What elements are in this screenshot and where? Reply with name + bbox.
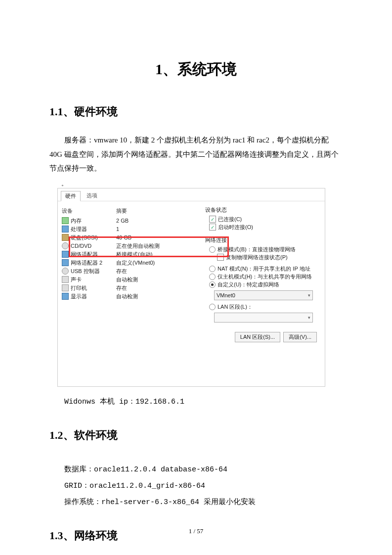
label-custom: 自定义(U)：特定虚拟网络 (218, 281, 279, 288)
windows-ip-line: Widonws 本机 ip：192.168.6.1 (64, 394, 343, 410)
chevron-down-icon: ▾ (308, 315, 310, 320)
page-title: 1、系统环境 (49, 59, 343, 80)
netconn-label: 网络连接 (205, 236, 319, 244)
device-row: 内存2 GB (62, 217, 195, 225)
device-details: 设备状态 已连接(C) 启动时连接(O) 网络连接 桥接模式(B)：直接连接物理… (199, 201, 325, 388)
device-row: CD/DVD正在使用自动检测 (62, 242, 195, 250)
label-lan: LAN 区段(L)： (218, 303, 253, 311)
heading-1-2: 1.2、软件环境 (49, 428, 343, 443)
radio-bridged[interactable] (209, 246, 216, 253)
lan-segment-select: ▾ (214, 313, 313, 323)
label-nat: NAT 模式(N)：用于共享主机的 IP 地址 (218, 265, 310, 273)
cpu-icon (62, 226, 69, 232)
lan-segments-button[interactable]: LAN 区段(S)... (235, 332, 280, 342)
checkbox-replicate[interactable] (217, 254, 224, 261)
printer-icon (62, 284, 69, 291)
sound-icon (62, 276, 69, 283)
label-connected: 已连接(C) (218, 216, 242, 223)
tab-hardware[interactable]: 硬件 (61, 191, 81, 201)
device-row: 声卡自动检测 (62, 276, 195, 284)
radio-nat[interactable] (209, 266, 216, 272)
device-row: USB 控制器存在 (62, 267, 195, 276)
checkbox-connected[interactable] (209, 216, 216, 223)
custom-network-value: VMnet0 (217, 292, 235, 298)
col-summary: 摘要 (116, 207, 127, 215)
para-hardware: 服务器：vmware 10，新建 2 个虚拟机主机名分别为 rac1 和 rac… (49, 133, 343, 176)
net-icon (62, 251, 69, 258)
software-grid: GRID：oracle11.2.0.4_grid-x86-64 (64, 478, 343, 494)
net-icon (62, 259, 69, 266)
vmware-settings-screenshot: 硬件 选项 设备 摘要 内存2 GB 处理器1 硬盘(SCSI)40 GB CD… (57, 188, 325, 387)
vm-tabs: 硬件 选项 (58, 188, 325, 201)
device-cd[interactable]: CD/DVD (71, 243, 91, 249)
label-bridged: 桥接模式(B)：直接连接物理网络 (218, 246, 296, 253)
usb-icon (62, 268, 69, 275)
label-connect-power: 启动时连接(O) (218, 224, 253, 231)
device-row: 网络适配器桥接模式(自动) (62, 250, 195, 259)
software-db: 数据库：oracle11.2.0.4 database-x86-64 (64, 462, 343, 478)
stray-dot: 。 (61, 180, 343, 188)
device-usb[interactable]: USB 控制器 (71, 268, 100, 275)
page-number: 1 / 57 (0, 527, 392, 535)
display-icon (62, 293, 69, 300)
device-sound[interactable]: 声卡 (71, 276, 82, 283)
device-memory[interactable]: 内存 (71, 217, 82, 225)
device-row: 打印机存在 (62, 284, 195, 292)
col-device: 设备 (62, 207, 116, 215)
tab-options[interactable]: 选项 (82, 190, 102, 201)
label-replicate: 复制物理网络连接状态(P) (226, 254, 288, 261)
radio-custom[interactable] (209, 281, 216, 288)
device-list: 设备 摘要 内存2 GB 处理器1 硬盘(SCSI)40 GB CD/DVD正在… (58, 201, 199, 388)
software-os: 操作系统：rhel-server-6.3-x86_64 采用最小化安装 (64, 494, 343, 510)
radio-hostonly[interactable] (209, 274, 216, 280)
device-printer[interactable]: 打印机 (71, 284, 87, 292)
device-row: 显示器自动检测 (62, 292, 195, 301)
device-net2[interactable]: 网络适配器 2 (71, 259, 102, 267)
label-hostonly: 仅主机模式(H)：与主机共享的专用网络 (218, 273, 312, 280)
cd-icon (62, 242, 69, 249)
checkbox-connect-at-power[interactable] (209, 224, 216, 231)
device-row: 网络适配器 2自定义(VMnet0) (62, 259, 195, 267)
device-display[interactable]: 显示器 (71, 293, 87, 300)
device-disk[interactable]: 硬盘(SCSI) (71, 234, 98, 241)
custom-network-select[interactable]: VMnet0▾ (214, 290, 313, 300)
chevron-down-icon: ▾ (308, 293, 310, 298)
radio-lan[interactable] (209, 304, 216, 310)
device-row: 处理器1 (62, 225, 195, 233)
device-state-label: 设备状态 (205, 206, 319, 214)
device-row: 硬盘(SCSI)40 GB (62, 233, 195, 242)
memory-icon (62, 217, 69, 224)
disk-icon (62, 234, 69, 241)
device-cpu[interactable]: 处理器 (71, 226, 87, 233)
heading-1-1: 1.1、硬件环境 (49, 104, 343, 119)
device-net1[interactable]: 网络适配器 (71, 251, 98, 258)
advanced-button[interactable]: 高级(V)... (283, 332, 317, 342)
